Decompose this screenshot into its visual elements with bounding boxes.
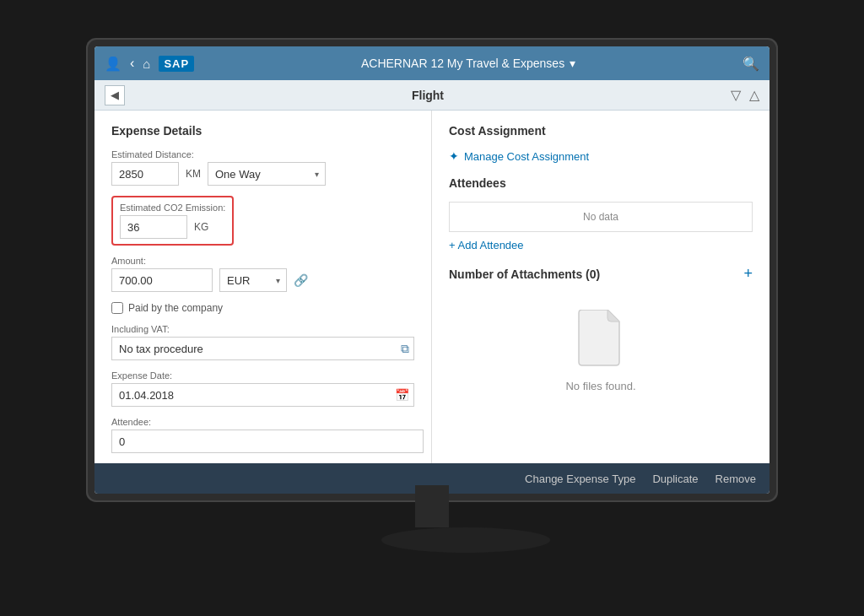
nav-icons: 👤 ‹ ⌂ SAP: [105, 56, 194, 72]
right-panel: Cost Assignment ✦ Manage Cost Assignment…: [432, 111, 770, 463]
app-header: 👤 ‹ ⌂ SAP ACHERNAR 12 My Travel & Expens…: [94, 46, 770, 80]
home-icon[interactable]: ⌂: [143, 57, 150, 71]
app-title: ACHERNAR 12 My Travel & Expenses ▾: [194, 57, 742, 70]
amount-group: Amount: EUR USD ▾ 🔗: [111, 256, 414, 292]
change-expense-type-button[interactable]: Change Expense Type: [525, 469, 635, 489]
attachments-title: Number of Attachments (0): [449, 267, 600, 281]
expense-date-input-wrapper: 📅: [111, 383, 414, 407]
distance-unit: KM: [186, 168, 201, 180]
page-title: Flight: [125, 89, 731, 102]
attachments-section: Number of Attachments (0) + No files fou…: [449, 265, 753, 409]
attendee-input[interactable]: [111, 430, 424, 453]
expense-date-input[interactable]: [111, 383, 414, 407]
dropdown-icon[interactable]: ▾: [570, 57, 575, 70]
manage-cost-label: Manage Cost Assignment: [464, 150, 589, 163]
vat-group: Including VAT: ⧉: [111, 324, 414, 360]
expense-date-group: Expense Date: 📅: [111, 370, 414, 407]
attachments-header: Number of Attachments (0) +: [449, 265, 753, 283]
no-files-text: No files found.: [565, 380, 635, 392]
vat-copy-icon[interactable]: ⧉: [401, 342, 409, 356]
cost-assignment-title: Cost Assignment: [449, 124, 753, 138]
search-icon[interactable]: 🔍: [742, 56, 759, 72]
no-files-box: No files found.: [449, 293, 753, 409]
estimated-distance-group: Estimated Distance: KM One Way Round Tri…: [111, 149, 414, 186]
sap-logo: SAP: [159, 56, 194, 72]
sub-header-actions: ▽ △: [731, 87, 759, 103]
file-icon: [575, 310, 626, 371]
no-data-text: No data: [583, 211, 618, 223]
expense-details-title: Expense Details: [111, 124, 414, 138]
attendees-section: Attendees No data + Add Attendee: [449, 176, 753, 251]
left-panel: Expense Details Estimated Distance: KM O…: [94, 111, 432, 463]
sub-header: ◀ Flight ▽ △: [94, 80, 770, 111]
add-attendee-label: + Add Attendee: [449, 239, 524, 251]
stand-neck: [415, 485, 449, 527]
vat-input-wrapper: ⧉: [111, 337, 414, 360]
sort-icon[interactable]: △: [749, 87, 759, 103]
paid-by-company-label: Paid by the company: [128, 302, 223, 314]
amount-label: Amount:: [111, 256, 414, 266]
manage-cost-link[interactable]: ✦ Manage Cost Assignment: [449, 149, 753, 163]
estimated-distance-row: KM One Way Round Trip ▾: [111, 162, 414, 186]
add-attendee-link[interactable]: + Add Attendee: [449, 239, 753, 251]
attendees-no-data: No data: [449, 202, 753, 232]
trip-type-select-wrapper: One Way Round Trip ▾: [208, 162, 326, 186]
app-title-text: ACHERNAR 12 My Travel & Expenses: [361, 57, 564, 70]
user-icon[interactable]: 👤: [105, 56, 122, 72]
attendee-group: Attendee:: [111, 417, 414, 453]
co2-unit: KG: [194, 221, 208, 233]
vat-input[interactable]: [111, 337, 414, 360]
back-nav-icon[interactable]: ‹: [130, 56, 134, 71]
amount-link-icon[interactable]: 🔗: [294, 273, 308, 287]
co2-row: KG: [120, 215, 225, 239]
back-button[interactable]: ◀: [105, 85, 125, 105]
paid-by-company-checkbox[interactable]: [111, 302, 123, 314]
add-attachment-button[interactable]: +: [743, 265, 753, 283]
duplicate-button[interactable]: Duplicate: [652, 469, 698, 489]
attendee-label: Attendee:: [111, 417, 414, 427]
estimated-distance-label: Estimated Distance:: [111, 149, 414, 159]
paid-by-company-row: Paid by the company: [111, 302, 414, 314]
trip-type-select[interactable]: One Way Round Trip: [208, 162, 326, 186]
co2-label: Estimated CO2 Emission:: [120, 203, 225, 213]
stand-base: [381, 527, 550, 553]
currency-select[interactable]: EUR USD: [219, 268, 287, 292]
monitor-stand: [381, 485, 483, 570]
main-content: Expense Details Estimated Distance: KM O…: [94, 111, 770, 463]
co2-input[interactable]: [120, 215, 187, 239]
attendees-title: Attendees: [449, 176, 753, 190]
cost-assignment-section: Cost Assignment ✦ Manage Cost Assignment: [449, 124, 753, 163]
co2-emission-group: Estimated CO2 Emission: KG: [111, 196, 234, 246]
estimated-distance-input[interactable]: [111, 162, 179, 186]
vat-label: Including VAT:: [111, 324, 414, 334]
currency-select-wrapper: EUR USD ▾: [219, 268, 287, 292]
amount-row: EUR USD ▾ 🔗: [111, 268, 414, 292]
manage-cost-icon: ✦: [449, 149, 459, 163]
amount-input[interactable]: [111, 268, 213, 292]
remove-button[interactable]: Remove: [716, 469, 756, 489]
filter-icon[interactable]: ▽: [731, 87, 741, 103]
calendar-icon[interactable]: 📅: [395, 388, 409, 402]
expense-date-label: Expense Date:: [111, 370, 414, 381]
